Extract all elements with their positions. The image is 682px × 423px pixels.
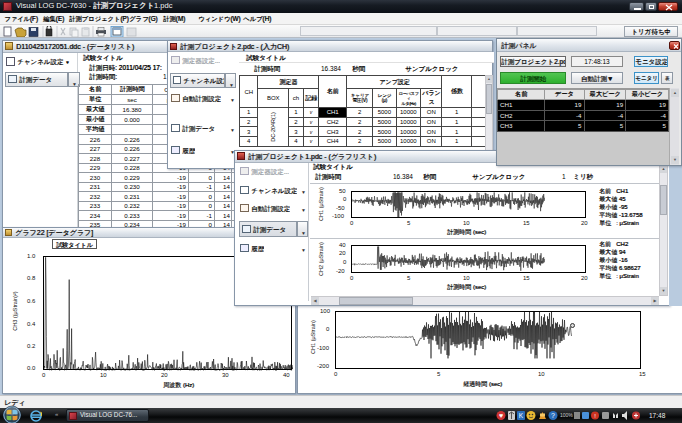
svg-text:?: ? — [551, 412, 555, 419]
svg-text:100%: 100% — [560, 412, 573, 418]
svg-text:♥: ♥ — [499, 412, 503, 419]
svg-text:K: K — [519, 412, 524, 419]
